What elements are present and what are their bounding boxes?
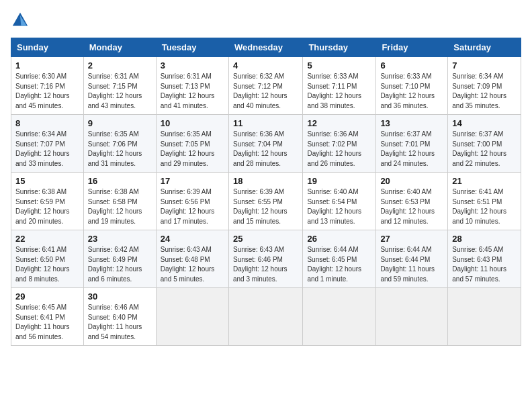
calendar-cell: 2 Sunrise: 6:31 AMSunset: 7:15 PMDayligh… [83,57,156,115]
day-number: 26 [307,234,371,244]
day-info: Sunrise: 6:30 AMSunset: 7:16 PMDaylight:… [15,72,79,111]
calendar-cell: 7 Sunrise: 6:34 AMSunset: 7:09 PMDayligh… [448,57,521,115]
calendar-cell [303,288,376,346]
calendar-cell: 21 Sunrise: 6:41 AMSunset: 6:51 PMDaylig… [448,173,521,230]
day-info: Sunrise: 6:34 AMSunset: 7:09 PMDaylight:… [452,72,517,111]
calendar-cell: 26 Sunrise: 6:44 AMSunset: 6:45 PMDaylig… [303,230,376,288]
day-info: Sunrise: 6:40 AMSunset: 6:54 PMDaylight:… [307,187,371,226]
day-number: 21 [452,176,517,186]
calendar-cell: 14 Sunrise: 6:37 AMSunset: 7:00 PMDaylig… [448,115,521,173]
calendar-cell: 28 Sunrise: 6:45 AMSunset: 6:43 PMDaylig… [448,230,521,288]
logo [11,11,32,30]
calendar-cell: 17 Sunrise: 6:39 AMSunset: 6:56 PMDaylig… [156,173,228,230]
calendar-cell [376,288,448,346]
day-number: 22 [15,234,79,244]
calendar-cell: 19 Sunrise: 6:40 AMSunset: 6:54 PMDaylig… [303,173,376,230]
day-number: 2 [88,60,152,71]
day-info: Sunrise: 6:43 AMSunset: 6:46 PMDaylight:… [233,245,298,284]
calendar-week-5: 29 Sunrise: 6:45 AMSunset: 6:41 PMDaylig… [11,288,521,346]
calendar-cell: 5 Sunrise: 6:33 AMSunset: 7:11 PMDayligh… [303,57,376,115]
calendar-cell: 3 Sunrise: 6:31 AMSunset: 7:13 PMDayligh… [156,57,228,115]
day-info: Sunrise: 6:39 AMSunset: 6:55 PMDaylight:… [233,187,298,226]
day-info: Sunrise: 6:45 AMSunset: 6:43 PMDaylight:… [452,245,517,284]
day-info: Sunrise: 6:33 AMSunset: 7:11 PMDaylight:… [307,72,371,111]
calendar-table: SundayMondayTuesdayWednesdayThursdayFrid… [11,38,521,346]
day-info: Sunrise: 6:46 AMSunset: 6:40 PMDaylight:… [88,303,152,342]
day-info: Sunrise: 6:31 AMSunset: 7:15 PMDaylight:… [88,72,152,111]
day-number: 13 [380,118,443,128]
day-info: Sunrise: 6:35 AMSunset: 7:05 PMDaylight:… [161,130,224,169]
day-number: 14 [452,118,517,128]
day-info: Sunrise: 6:36 AMSunset: 7:04 PMDaylight:… [233,130,298,169]
weekday-header-wednesday: Wednesday [228,38,302,57]
calendar-header-row: SundayMondayTuesdayWednesdayThursdayFrid… [11,38,521,57]
calendar-cell: 16 Sunrise: 6:38 AMSunset: 6:58 PMDaylig… [83,173,156,230]
day-number: 17 [161,176,224,186]
calendar-cell: 20 Sunrise: 6:40 AMSunset: 6:53 PMDaylig… [376,173,448,230]
calendar-week-3: 15 Sunrise: 6:38 AMSunset: 6:59 PMDaylig… [11,173,521,230]
day-info: Sunrise: 6:39 AMSunset: 6:56 PMDaylight:… [161,187,224,226]
calendar-cell: 6 Sunrise: 6:33 AMSunset: 7:10 PMDayligh… [376,57,448,115]
day-number: 24 [161,234,224,244]
day-number: 19 [307,176,371,186]
calendar-cell [156,288,228,346]
calendar-cell: 9 Sunrise: 6:35 AMSunset: 7:06 PMDayligh… [83,115,156,173]
day-info: Sunrise: 6:43 AMSunset: 6:48 PMDaylight:… [161,245,224,284]
day-number: 27 [380,234,443,244]
day-number: 4 [233,60,298,71]
day-number: 15 [15,176,79,186]
day-number: 8 [15,118,79,128]
weekday-header-monday: Monday [83,38,156,57]
day-info: Sunrise: 6:38 AMSunset: 6:59 PMDaylight:… [15,187,79,226]
day-info: Sunrise: 6:37 AMSunset: 7:00 PMDaylight:… [452,130,517,169]
day-number: 29 [15,291,79,302]
day-info: Sunrise: 6:40 AMSunset: 6:53 PMDaylight:… [380,187,443,226]
day-info: Sunrise: 6:38 AMSunset: 6:58 PMDaylight:… [88,187,152,226]
day-number: 3 [161,60,224,71]
day-info: Sunrise: 6:35 AMSunset: 7:06 PMDaylight:… [88,130,152,169]
calendar-cell: 12 Sunrise: 6:36 AMSunset: 7:02 PMDaylig… [303,115,376,173]
calendar-week-2: 8 Sunrise: 6:34 AMSunset: 7:07 PMDayligh… [11,115,521,173]
calendar-body: 1 Sunrise: 6:30 AMSunset: 7:16 PMDayligh… [11,57,521,346]
calendar-week-4: 22 Sunrise: 6:41 AMSunset: 6:50 PMDaylig… [11,230,521,288]
day-number: 23 [88,234,152,244]
day-info: Sunrise: 6:32 AMSunset: 7:12 PMDaylight:… [233,72,298,111]
day-number: 16 [88,176,152,186]
logo-icon [11,11,30,30]
weekday-header-tuesday: Tuesday [156,38,228,57]
day-info: Sunrise: 6:36 AMSunset: 7:02 PMDaylight:… [307,130,371,169]
weekday-header-thursday: Thursday [303,38,376,57]
day-number: 6 [380,60,443,71]
day-info: Sunrise: 6:44 AMSunset: 6:45 PMDaylight:… [307,245,371,284]
weekday-header-friday: Friday [376,38,448,57]
page-header [11,11,521,30]
calendar-cell [228,288,302,346]
day-number: 18 [233,176,298,186]
day-number: 1 [15,60,79,71]
day-info: Sunrise: 6:41 AMSunset: 6:51 PMDaylight:… [452,187,517,226]
calendar-cell: 24 Sunrise: 6:43 AMSunset: 6:48 PMDaylig… [156,230,228,288]
day-number: 12 [307,118,371,128]
day-number: 25 [233,234,298,244]
day-number: 9 [88,118,152,128]
calendar-cell: 4 Sunrise: 6:32 AMSunset: 7:12 PMDayligh… [228,57,302,115]
calendar-cell: 30 Sunrise: 6:46 AMSunset: 6:40 PMDaylig… [83,288,156,346]
day-number: 20 [380,176,443,186]
day-number: 10 [161,118,224,128]
calendar-cell: 10 Sunrise: 6:35 AMSunset: 7:05 PMDaylig… [156,115,228,173]
day-number: 5 [307,60,371,71]
calendar-cell: 1 Sunrise: 6:30 AMSunset: 7:16 PMDayligh… [11,57,84,115]
calendar-cell [448,288,521,346]
day-number: 28 [452,234,517,244]
calendar-cell: 25 Sunrise: 6:43 AMSunset: 6:46 PMDaylig… [228,230,302,288]
calendar-cell: 13 Sunrise: 6:37 AMSunset: 7:01 PMDaylig… [376,115,448,173]
calendar-cell: 8 Sunrise: 6:34 AMSunset: 7:07 PMDayligh… [11,115,84,173]
day-info: Sunrise: 6:33 AMSunset: 7:10 PMDaylight:… [380,72,443,111]
calendar-cell: 22 Sunrise: 6:41 AMSunset: 6:50 PMDaylig… [11,230,84,288]
day-number: 11 [233,118,298,128]
calendar-cell: 18 Sunrise: 6:39 AMSunset: 6:55 PMDaylig… [228,173,302,230]
day-info: Sunrise: 6:31 AMSunset: 7:13 PMDaylight:… [161,72,224,111]
calendar-cell: 11 Sunrise: 6:36 AMSunset: 7:04 PMDaylig… [228,115,302,173]
calendar-cell: 15 Sunrise: 6:38 AMSunset: 6:59 PMDaylig… [11,173,84,230]
calendar-cell: 27 Sunrise: 6:44 AMSunset: 6:44 PMDaylig… [376,230,448,288]
